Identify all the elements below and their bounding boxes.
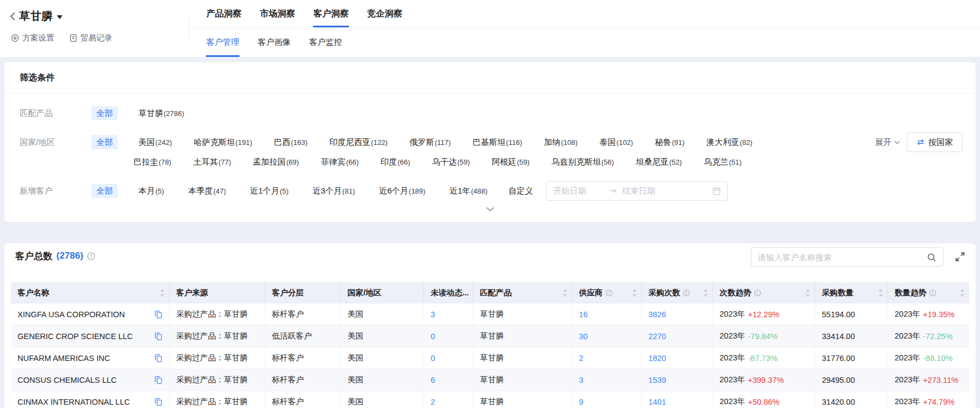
copy-icon[interactable] xyxy=(154,376,163,384)
column-header[interactable]: 客户名称 xyxy=(11,282,170,304)
country-filter-option[interactable]: 泰国(102) xyxy=(600,137,633,148)
country-filter-option[interactable]: 阿根廷(59) xyxy=(492,157,530,167)
main-tab[interactable]: 市场洞察 xyxy=(259,0,295,27)
search-icon[interactable] xyxy=(927,253,936,262)
cell-link[interactable]: 9 xyxy=(579,398,583,406)
sub-tab[interactable]: 客户管理 xyxy=(206,27,240,57)
table-row[interactable]: GENERIC CROP SCIENCE LLC采购过产品：草甘膦低活跃客户美国… xyxy=(11,325,969,347)
cell-link[interactable]: 3 xyxy=(579,376,583,384)
country-filter-option[interactable]: 乌干达(59) xyxy=(432,157,470,167)
copy-icon[interactable] xyxy=(154,398,163,406)
sort-caret-icon[interactable] xyxy=(703,289,708,297)
by-country-toggle-button[interactable]: 按国家 xyxy=(907,132,962,152)
cell-link[interactable]: 1401 xyxy=(648,398,666,406)
table-row[interactable]: CINMAX INTERNATIONAL LLC采购过产品：草甘膦标杆客户美国2… xyxy=(11,391,969,408)
country-filter-option[interactable]: 澳大利亚(82) xyxy=(706,137,752,148)
custom-date-option[interactable]: 自定义 xyxy=(508,186,533,196)
cell-link[interactable]: 0 xyxy=(431,354,435,363)
copy-icon[interactable] xyxy=(154,354,163,363)
country-filter-option[interactable]: 美国(242) xyxy=(138,137,172,148)
country-filter-option[interactable]: 印度(66) xyxy=(381,157,410,167)
column-header[interactable]: 匹配产品 xyxy=(473,282,572,304)
country-filter-all[interactable]: 全部 xyxy=(91,135,118,149)
sort-caret-icon[interactable] xyxy=(805,289,810,297)
country-filter-option[interactable]: 俄罗斯(117) xyxy=(409,137,450,148)
cell-link[interactable]: 2 xyxy=(431,398,435,406)
column-header[interactable]: 次数趋势 xyxy=(713,282,815,304)
country-filter-option[interactable]: 坦桑尼亚(52) xyxy=(636,157,682,167)
cell-link[interactable]: 3826 xyxy=(648,310,666,319)
sort-caret-icon[interactable] xyxy=(960,289,965,297)
fullscreen-icon[interactable] xyxy=(955,252,965,261)
country-filter-option[interactable]: 土耳其(77) xyxy=(193,157,231,167)
column-header[interactable]: 国家/地区 xyxy=(341,282,424,304)
copy-icon[interactable] xyxy=(154,332,163,341)
info-icon[interactable] xyxy=(683,289,690,296)
back-icon[interactable] xyxy=(10,12,15,21)
column-header[interactable]: 供应商 xyxy=(572,282,642,304)
time-filter-option[interactable]: 近3个月(81) xyxy=(312,186,355,196)
new-customer-filter-all[interactable]: 全部 xyxy=(91,184,118,198)
sort-caret-icon[interactable] xyxy=(160,289,165,297)
table-row[interactable]: NUFARM AMERICAS INC采购过产品：草甘膦标杆客户美国0草甘膦21… xyxy=(11,347,969,369)
scheme-settings-button[interactable]: 方案设置 xyxy=(11,33,54,43)
product-filter-all[interactable]: 全部 xyxy=(91,106,118,120)
sort-caret-icon[interactable] xyxy=(632,289,637,297)
column-header[interactable]: 客户分层 xyxy=(265,282,341,304)
country-filter-option[interactable]: 巴西(163) xyxy=(274,137,308,148)
info-icon[interactable] xyxy=(606,289,613,296)
country-filter-option[interactable]: 巴基斯坦(116) xyxy=(473,137,522,148)
column-header[interactable]: 未读动态... xyxy=(424,282,473,304)
time-filter-option[interactable]: 近1年(488) xyxy=(449,186,488,196)
info-icon[interactable] xyxy=(754,289,761,296)
info-icon[interactable] xyxy=(929,289,936,296)
column-header[interactable]: 采购次数 xyxy=(642,282,713,304)
country-filter-option[interactable]: 孟加拉国(69) xyxy=(253,157,299,167)
copy-icon[interactable] xyxy=(154,310,163,319)
end-date-input[interactable]: 结束日期 xyxy=(622,186,707,196)
trade-records-button[interactable]: 贸易记录 xyxy=(69,33,112,43)
sort-caret-icon[interactable] xyxy=(563,289,567,297)
country-filter-option[interactable]: 哈萨克斯坦(191) xyxy=(194,137,252,148)
cell-link[interactable]: 2270 xyxy=(648,332,666,341)
product-filter-option[interactable]: 草甘膦(2786) xyxy=(138,108,184,119)
country-filter-option[interactable]: 秘鲁(91) xyxy=(655,137,685,148)
sub-tab[interactable]: 客户画像 xyxy=(257,27,291,57)
cell-link[interactable]: 6 xyxy=(431,376,435,384)
table-row[interactable]: XINGFA USA CORPORATION采购过产品：草甘膦标杆客户美国3草甘… xyxy=(11,304,969,325)
info-icon[interactable] xyxy=(87,252,95,260)
cell-link[interactable]: 2 xyxy=(579,354,583,363)
cell-link[interactable]: 1820 xyxy=(648,354,666,363)
country-filter-option[interactable]: 印度尼西亚(122) xyxy=(329,137,387,148)
main-tab[interactable]: 竞企洞察 xyxy=(367,0,403,27)
product-selector[interactable]: 草甘膦 xyxy=(10,9,62,24)
start-date-input[interactable]: 开始日期 xyxy=(553,186,604,196)
time-filter-option[interactable]: 近1个月(5) xyxy=(250,186,288,196)
cell-link[interactable]: 16 xyxy=(579,310,588,319)
customer-search-box[interactable] xyxy=(751,247,943,267)
cell-link[interactable]: 0 xyxy=(431,332,435,341)
time-filter-option[interactable]: 本月(5) xyxy=(138,186,164,196)
country-filter-option[interactable]: 菲律宾(66) xyxy=(321,157,358,167)
country-filter-option[interactable]: 乌兹别克斯坦(56) xyxy=(552,157,614,167)
time-filter-option[interactable]: 近6个月(189) xyxy=(379,186,426,196)
column-header[interactable]: 采购数量 xyxy=(815,282,888,304)
cell-link[interactable]: 1539 xyxy=(648,376,666,384)
table-row[interactable]: CONSUS CHEMICALS LLC采购过产品：草甘膦标杆客户美国6草甘膦3… xyxy=(11,369,969,391)
sort-caret-icon[interactable] xyxy=(878,289,883,297)
main-tab[interactable]: 产品洞察 xyxy=(206,0,242,27)
country-filter-option[interactable]: 加纳(108) xyxy=(544,137,577,148)
customer-search-input[interactable] xyxy=(758,253,923,262)
cell-link[interactable]: 3 xyxy=(431,310,435,319)
expand-countries-button[interactable]: 展开 xyxy=(875,134,900,150)
country-filter-option[interactable]: 巴拉圭(78) xyxy=(134,157,171,167)
column-header[interactable]: 客户来源 xyxy=(170,282,265,304)
sub-tab[interactable]: 客户监控 xyxy=(309,27,343,57)
time-filter-option[interactable]: 本季度(47) xyxy=(188,186,226,196)
date-range-picker[interactable]: 开始日期 结束日期 xyxy=(546,181,728,201)
cell-link[interactable]: 30 xyxy=(579,332,588,341)
main-tab[interactable]: 客户洞察 xyxy=(313,0,349,27)
column-header[interactable]: 数量趋势 xyxy=(888,282,969,304)
country-filter-option[interactable]: 乌克兰(51) xyxy=(704,157,741,167)
collapse-filter-button[interactable] xyxy=(478,206,502,213)
